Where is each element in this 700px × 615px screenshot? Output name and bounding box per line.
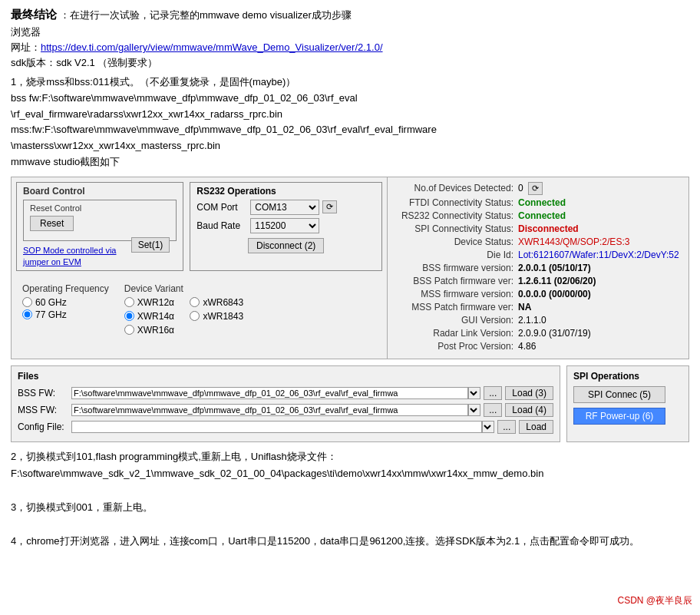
bss-fw-dots-button[interactable]: ...: [484, 386, 502, 400]
xwr12a-label: XWR12α: [137, 297, 174, 308]
studio-panel: Board Control Reset Control Reset Set(1)…: [11, 177, 689, 359]
mss-fw-dropdown[interactable]: [468, 404, 480, 416]
rf-powerup-button[interactable]: RF Power-up (6): [573, 408, 665, 425]
xwr1843-label: xWR1843: [203, 311, 243, 322]
xwr1843-row[interactable]: xWR1843: [190, 311, 243, 322]
freq-77-radio[interactable]: [22, 309, 32, 319]
devices-detected-label: No.of Devices Detected:: [395, 183, 518, 193]
mss-fw-row: MSS firmware version: 0.0.0.0 (00/00/00): [395, 289, 681, 299]
spi-status-label: SPI Connectivity Status:: [395, 223, 518, 234]
xwr6843-row[interactable]: xWR6843: [190, 297, 243, 308]
xwr1843-radio[interactable]: [190, 311, 200, 321]
config-dots-button[interactable]: ...: [497, 420, 516, 434]
title-line: 最终结论 ：在进行一次试验，记录完整的mmwave demo visualize…: [11, 8, 689, 22]
gui-version-value: 2.1.1.0: [518, 315, 546, 326]
xwr6843-radio[interactable]: [190, 297, 200, 307]
config-file-dropdown[interactable]: [482, 421, 494, 433]
watermark-text: CSDN @夜半良辰: [617, 595, 692, 606]
set-button[interactable]: Set(1): [131, 237, 170, 253]
spi-ops-title: SPI Operations: [573, 371, 682, 382]
step4-text: 4，chrome打开浏览器，进入网址，连接com口，Uart串口是115200，…: [11, 533, 689, 550]
xwr14a-label: XWR14α: [137, 311, 174, 322]
url-line: 网址：https://dev.ti.com/gallery/view/mmwav…: [11, 41, 689, 55]
bss-line2: \rf_eval_firmware\radarss\xwr12xx_xwr14x…: [11, 107, 689, 123]
bss-fw-row: BSS firmware version: 2.0.0.1 (05/10/17): [395, 263, 681, 273]
bss-patch-row: BSS Patch firmware ver: 1.2.6.11 (02/06/…: [395, 276, 681, 286]
browser-label: 浏览器: [11, 26, 41, 38]
freq-60-label: 60 GHz: [35, 297, 67, 308]
config-load-button[interactable]: Load: [519, 420, 553, 434]
xwr16a-label: XWR16α: [137, 325, 174, 336]
spi-connect-button[interactable]: SPI Connec (5): [573, 386, 665, 403]
config-file-label: Config File:: [18, 422, 71, 432]
mss-fw-input[interactable]: [71, 404, 468, 416]
step2-text: 2，切换模式到101,flash programming模式,重新上电，Unif…: [11, 448, 689, 482]
post-proc-row: Post Proc Version: 4.86: [395, 341, 681, 352]
freq-60-row[interactable]: 60 GHz: [22, 297, 109, 308]
com-refresh-button[interactable]: ⟳: [322, 200, 337, 213]
bss-fw-input[interactable]: [71, 387, 468, 399]
post-proc-label: Post Proc Version:: [395, 341, 518, 352]
mss-line1: mss:fw:F:\software\mmwave\mmwave_dfp\mmw…: [11, 122, 689, 138]
step3-text: 3，切换模式到001，重新上电。: [11, 499, 689, 516]
gui-version-label: GUI Version:: [395, 315, 518, 326]
xwr16a-radio[interactable]: [124, 325, 134, 335]
rs232-title: RS232 Operations: [196, 186, 375, 197]
freq-60-radio[interactable]: [22, 297, 32, 307]
freq-77-label: 77 GHz: [35, 309, 67, 320]
mss-line2: \masterss\xwr12xx_xwr14xx_masterss_rprc.…: [11, 138, 689, 154]
xwr12a-radio[interactable]: [124, 297, 134, 307]
rs232-status-row: RS232 Connectivity Status: Connected: [395, 210, 681, 221]
spi-status-row: SPI Connectivity Status: Disconnected: [395, 223, 681, 234]
radar-link-value: 2.0.9.0 (31/07/19): [518, 328, 591, 339]
disconnect-button[interactable]: Disconnect (2): [248, 238, 324, 253]
device-box: Device Variant XWR12α xWR6843 XWR14α: [124, 283, 243, 337]
bss-line1: bss fw:F:\software\mmwave\mmwave_dfp\mmw…: [11, 91, 689, 107]
board-control-box: Board Control Reset Control Reset Set(1)…: [16, 182, 183, 271]
sop-link[interactable]: SOP Mode controlled via jumper on EVM: [23, 246, 116, 266]
xwr12a-row[interactable]: XWR12α: [124, 297, 178, 308]
device-status-label: Device Status:: [395, 236, 518, 247]
xwr14a-radio[interactable]: [124, 311, 134, 321]
left-panel: Board Control Reset Control Reset Set(1)…: [12, 177, 388, 359]
sdk-label: sdk版本：sdk V2.1 （强制要求）: [11, 57, 157, 68]
mss-patch-row: MSS Patch firmware ver: NA: [395, 302, 681, 312]
rs232-box: RS232 Operations COM Port COM13 ⟳ Baud R…: [190, 182, 382, 271]
post-proc-value: 4.86: [518, 341, 536, 352]
mss-fw-dots-button[interactable]: ...: [484, 403, 502, 417]
bss-fw-value: 2.0.0.1 (05/10/17): [518, 263, 591, 273]
step1-block: 1，烧录mss和bss:011模式。（不必重复烧录，是固件(maybe)） bs…: [11, 74, 689, 170]
url-link[interactable]: https://dev.ti.com/gallery/view/mmwave/m…: [41, 41, 383, 53]
bss-patch-label: BSS Patch firmware ver:: [395, 276, 518, 286]
bss-patch-value: 1.2.6.11 (02/06/20): [518, 276, 596, 286]
reset-button[interactable]: Reset: [30, 216, 74, 231]
mss-patch-value: NA: [518, 302, 531, 312]
device-status-row: Device Status: XWR1443/QM/SOP:2/ES:3: [395, 236, 681, 247]
rs232-status-label: RS232 Connectivity Status:: [395, 210, 518, 221]
die-id-value: Lot:6121607/Wafer:11/DevX:2/DevY:52: [518, 250, 679, 260]
bss-fw-load-button[interactable]: Load (3): [505, 386, 553, 400]
config-file-row: Config File: ... Load: [18, 420, 553, 434]
mss-fw-load-button[interactable]: Load (4): [505, 403, 553, 417]
bss-fw-dropdown[interactable]: [468, 387, 480, 399]
reset-control-title: Reset Control: [30, 203, 170, 213]
files-title: Files: [18, 371, 553, 382]
radar-link-label: Radar Link Version:: [395, 328, 518, 339]
xwr16a-row[interactable]: XWR16α: [124, 325, 178, 336]
browser-line: 浏览器: [11, 25, 689, 39]
xwr14a-row[interactable]: XWR14α: [124, 311, 178, 322]
die-id-row: Die Id: Lot:6121607/Wafer:11/DevX:2/DevY…: [395, 250, 681, 260]
ftdi-row: FTDI Connectivity Status: Connected: [395, 197, 681, 208]
ftdi-value: Connected: [518, 197, 566, 208]
baud-select[interactable]: 115200: [250, 218, 319, 233]
com-select[interactable]: COM13: [250, 200, 319, 215]
devices-refresh-button[interactable]: ⟳: [528, 182, 543, 195]
device-status-value: XWR1443/QM/SOP:2/ES:3: [518, 236, 629, 247]
bss-fw-file-label: BSS FW:: [18, 388, 71, 398]
csdn-watermark: CSDN @夜半良辰: [617, 594, 692, 607]
config-file-input[interactable]: [71, 421, 482, 433]
freq-77-row[interactable]: 77 GHz: [22, 309, 109, 320]
rs232-status-value: Connected: [518, 210, 566, 221]
step1-title: 1，烧录mss和bss:011模式。（不必重复烧录，是固件(maybe)）: [11, 74, 689, 91]
die-id-label: Die Id:: [395, 250, 518, 260]
